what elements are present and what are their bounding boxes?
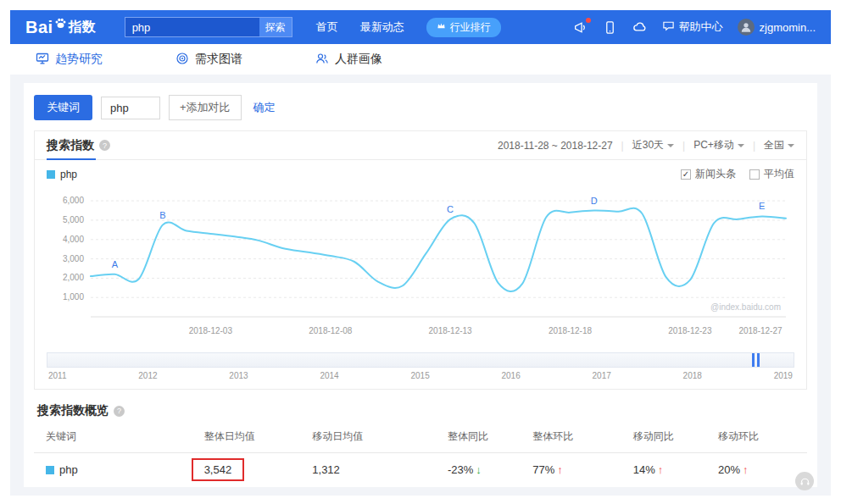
overview-title: 搜索指数概览 xyxy=(37,403,109,418)
confirm-button[interactable]: 确定 xyxy=(253,100,276,115)
average-checkbox[interactable]: 平均值 xyxy=(749,167,794,181)
logo-text-cn: 指数 xyxy=(69,19,96,36)
year-label: 2015 xyxy=(410,371,429,380)
help-center-label: 帮助中心 xyxy=(679,19,723,35)
add-compare-button[interactable]: +添加对比 xyxy=(169,95,242,120)
nav-latest-news[interactable]: 最新动态 xyxy=(360,19,404,35)
legend-row: php ✓ 新闻头条 平均值 xyxy=(47,167,794,181)
region-dropdown[interactable]: 全国 xyxy=(764,138,794,152)
info-icon[interactable]: ? xyxy=(114,406,125,417)
up-arrow-icon: ↑ xyxy=(743,463,749,476)
svg-text:1,000: 1,000 xyxy=(63,292,84,302)
separator: | xyxy=(621,140,624,152)
tab-demand-graph[interactable]: 需求图谱 xyxy=(175,52,242,68)
help-icon xyxy=(662,19,675,35)
header-right: 帮助中心 zjgmomin... xyxy=(573,19,816,36)
keyword-toolbar: 关键词 php +添加对比 确定 xyxy=(34,95,807,120)
chevron-down-icon xyxy=(788,144,794,147)
col-mobile-daily-avg: 移动日均值 xyxy=(312,429,448,444)
info-icon[interactable]: ? xyxy=(99,140,110,151)
overall-daily-avg-value: 3,542 xyxy=(204,463,232,476)
svg-text:5,000: 5,000 xyxy=(63,215,84,224)
checkbox-group: ✓ 新闻头条 平均值 xyxy=(681,167,794,181)
tab-trend-research[interactable]: 趋势研究 xyxy=(36,52,103,68)
svg-text:@index.baidu.com: @index.baidu.com xyxy=(710,302,781,312)
radar-icon xyxy=(175,52,189,68)
header-search: php 探索 xyxy=(125,17,292,37)
feedback-button[interactable] xyxy=(795,472,814,490)
year-label: 2011 xyxy=(48,371,67,380)
monitor-icon xyxy=(36,52,49,68)
separator: | xyxy=(682,140,685,152)
svg-text:2018-12-03: 2018-12-03 xyxy=(189,326,233,335)
chevron-down-icon xyxy=(667,144,674,147)
range-dropdown[interactable]: 近30天 xyxy=(632,138,674,152)
news-headlines-checkbox[interactable]: ✓ 新闻头条 xyxy=(681,167,736,181)
keyword-label-button[interactable]: 关键词 xyxy=(34,95,92,120)
series-color-swatch xyxy=(46,466,54,474)
col-overall-yoy: 整体同比 xyxy=(448,429,532,444)
timeline-slider[interactable] xyxy=(47,352,794,368)
svg-text:4,000: 4,000 xyxy=(63,235,84,244)
col-overall-daily-avg: 整体日均值 xyxy=(204,429,313,444)
table-header: 关键词 整体日均值 移动日均值 整体同比 整体环比 移动同比 移动环比 xyxy=(34,418,807,453)
timeline-year-labels: 2011 2012 2013 2014 2015 2016 2017 2018 … xyxy=(47,371,794,380)
trend-chart-svg[interactable]: 1,0002,0003,0004,0005,0006,0002018-12-03… xyxy=(47,183,789,351)
cell-overall-daily-avg: 3,542 xyxy=(204,463,313,476)
col-overall-mom: 整体环比 xyxy=(532,429,633,444)
year-label: 2013 xyxy=(229,371,248,380)
nav-home[interactable]: 首页 xyxy=(316,19,338,35)
search-index-panel-body: php ✓ 新闻头条 平均值 xyxy=(35,160,806,389)
nav-industry-ranking[interactable]: 行业排行 xyxy=(426,18,501,37)
tab-crowd-profile-label: 人群画像 xyxy=(335,52,382,67)
svg-text:2018-12-27: 2018-12-27 xyxy=(738,326,783,335)
baidu-index-logo[interactable]: Bai 指数 xyxy=(25,17,96,38)
date-range-picker[interactable]: 2018-11-28 ~ 2018-12-27 xyxy=(498,140,613,152)
active-tab-indicator xyxy=(47,158,96,160)
year-label: 2016 xyxy=(502,371,521,380)
headset-icon xyxy=(799,476,810,487)
tab-crowd-profile[interactable]: 人群画像 xyxy=(315,52,382,68)
svg-text:6,000: 6,000 xyxy=(63,196,84,205)
top-header: Bai 指数 php 探索 首页 最新动态 行业排行 xyxy=(10,10,831,44)
average-label: 平均值 xyxy=(764,167,794,181)
sub-nav: 趋势研究 需求图谱 人群画像 xyxy=(10,44,831,75)
svg-text:2018-12-13: 2018-12-13 xyxy=(429,326,473,335)
device-dropdown[interactable]: PC+移动 xyxy=(693,138,744,152)
chart-controls: 2018-11-28 ~ 2018-12-27 | 近30天 | PC+移动 |… xyxy=(498,138,794,152)
panel-title: 搜索指数 xyxy=(47,138,94,153)
tab-trend-research-label: 趋势研究 xyxy=(55,52,103,67)
news-headlines-label: 新闻头条 xyxy=(695,167,736,181)
series-legend-label: php xyxy=(60,169,77,180)
user-avatar xyxy=(738,19,755,36)
content-card: 关键词 php +添加对比 确定 搜索指数 ? 2018-11-28 ~ 201… xyxy=(24,83,817,487)
mobile-app-icon[interactable] xyxy=(603,19,618,35)
trend-chart[interactable]: 1,0002,0003,0004,0005,0006,0002018-12-03… xyxy=(47,183,794,351)
year-label: 2017 xyxy=(593,371,611,380)
timeline-slider-handle[interactable] xyxy=(752,353,760,367)
help-center-link[interactable]: 帮助中心 xyxy=(662,19,723,35)
people-icon xyxy=(315,52,329,68)
col-keyword: 关键词 xyxy=(34,429,204,444)
nav-industry-ranking-label: 行业排行 xyxy=(450,20,491,35)
keyword-input[interactable]: php xyxy=(101,97,160,119)
checkbox-unchecked-icon xyxy=(749,169,760,180)
checkbox-checked-icon: ✓ xyxy=(681,169,691,180)
top-nav: 首页 最新动态 行业排行 xyxy=(316,18,501,37)
svg-text:B: B xyxy=(159,210,165,220)
highlight-red-box: 3,542 xyxy=(192,458,245,481)
announcement-icon[interactable] xyxy=(573,19,588,35)
keyword-text: php xyxy=(59,463,78,476)
cloud-icon[interactable] xyxy=(632,19,648,35)
col-mobile-mom: 移动环比 xyxy=(718,429,807,444)
cell-mobile-daily-avg: 1,312 xyxy=(312,463,448,476)
header-search-input[interactable]: php xyxy=(125,18,259,36)
page: Bai 指数 php 探索 首页 最新动态 行业排行 xyxy=(10,10,831,496)
svg-text:2,000: 2,000 xyxy=(63,273,84,282)
search-submit-button[interactable]: 探索 xyxy=(259,18,292,36)
user-menu[interactable]: zjgmomin... xyxy=(738,19,816,36)
separator: | xyxy=(753,140,755,152)
ranking-crown-icon xyxy=(437,21,446,33)
svg-text:2018-12-08: 2018-12-08 xyxy=(309,326,353,335)
down-arrow-icon: ↓ xyxy=(476,463,482,476)
